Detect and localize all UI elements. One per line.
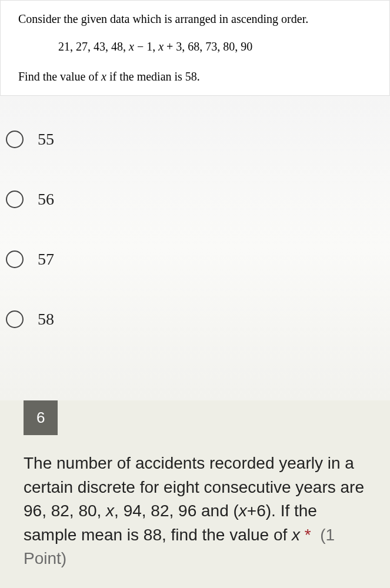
option-label: 56	[38, 190, 54, 209]
question-number-badge: 6	[24, 400, 58, 435]
radio-icon[interactable]	[6, 250, 24, 268]
option-label: 55	[38, 130, 54, 149]
question5-prompt1: Consider the given data which is arrange…	[18, 12, 372, 26]
option-58[interactable]: 58	[6, 299, 384, 339]
option-56[interactable]: 56	[6, 179, 384, 219]
radio-icon[interactable]	[6, 310, 24, 328]
option-55[interactable]: 55	[6, 119, 384, 159]
question-6-box: 6 The number of accidents recorded yearl…	[0, 400, 390, 588]
required-star: *	[305, 526, 311, 544]
option-57[interactable]: 57	[6, 239, 384, 279]
question5-data-list: 21, 27, 43, 48, x − 1, x + 3, 68, 73, 80…	[18, 40, 372, 54]
question5-options: 55 56 57 58	[0, 96, 390, 400]
radio-icon[interactable]	[6, 191, 24, 208]
option-label: 58	[38, 310, 54, 329]
question6-text: The number of accidents recorded yearly …	[24, 452, 366, 571]
option-label: 57	[38, 250, 54, 269]
question5-prompt2: Find the value of x if the median is 58.	[18, 70, 372, 83]
question-5-box: Consider the given data which is arrange…	[0, 0, 390, 96]
radio-icon[interactable]	[6, 131, 24, 148]
